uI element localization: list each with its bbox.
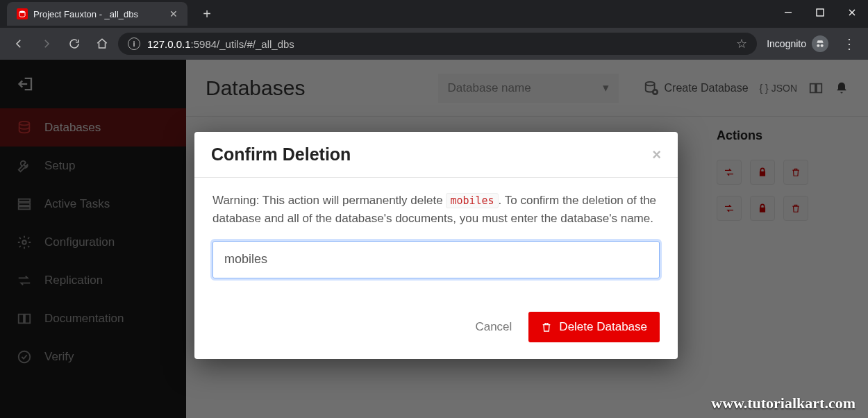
window-minimize[interactable] [772,0,804,25]
confirm-db-name-input[interactable] [212,241,660,278]
nav-reload[interactable] [62,32,86,56]
watermark: www.tutorialkart.com [711,394,856,412]
modal-warning-text: Warning: This action will permanently de… [212,194,656,225]
svg-point-3 [821,44,824,47]
address-text: 127.0.0.1:5984/_utils/#/_all_dbs [147,38,294,50]
db-name-code: mobiles [446,193,498,208]
incognito-indicator: Incognito [767,35,828,52]
tab-title: Project Fauxton - _all_dbs [33,9,138,19]
address-field[interactable]: i 127.0.0.1:5984/_utils/#/_all_dbs ☆ [118,33,757,55]
tab-close-icon[interactable]: ✕ [169,8,178,19]
nav-forward [35,32,58,56]
modal-close-icon[interactable]: × [652,146,661,164]
modal-title: Confirm Deletion [211,144,351,165]
window-maximize[interactable] [804,0,836,25]
bookmark-star-icon[interactable]: ☆ [736,36,747,51]
incognito-icon [812,35,828,52]
nav-back[interactable] [7,32,31,56]
trash-icon [541,321,552,333]
delete-database-button[interactable]: Delete Database [528,312,660,342]
site-info-icon[interactable]: i [128,37,140,50]
browser-menu[interactable]: ⋮ [842,35,857,52]
browser-tab[interactable]: Project Fauxton - _all_dbs ✕ [7,2,187,26]
new-tab-button[interactable]: + [197,6,217,22]
svg-point-2 [817,44,819,47]
svg-point-1 [19,11,25,13]
confirm-deletion-modal: Confirm Deletion × Warning: This action … [194,132,678,359]
nav-home[interactable] [90,32,114,56]
window-close[interactable] [836,0,868,25]
cancel-button[interactable]: Cancel [475,320,512,334]
favicon-icon [17,8,28,19]
svg-rect-0 [817,9,824,16]
